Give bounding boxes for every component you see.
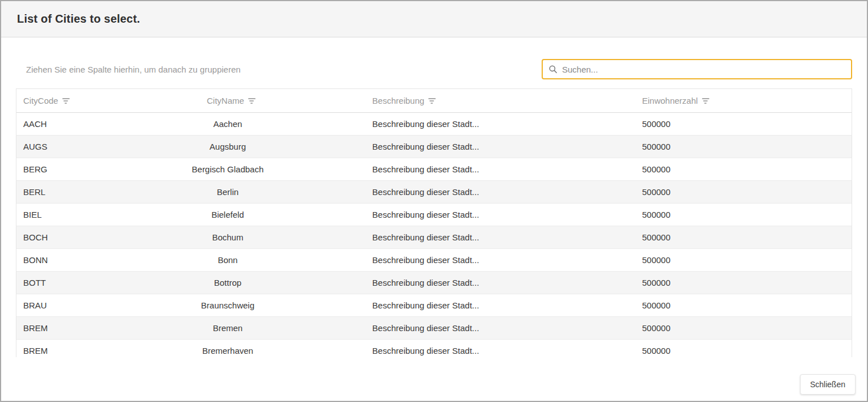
- cell-pop: 500000: [635, 339, 852, 357]
- cell-code: AACH: [16, 112, 90, 135]
- filter-icon[interactable]: [248, 97, 256, 104]
- cell-code: BOTT: [16, 271, 90, 294]
- filter-icon[interactable]: [62, 97, 70, 104]
- cell-desc: Beschreibung dieser Stadt...: [365, 135, 635, 158]
- cell-pop: 500000: [635, 112, 852, 135]
- cell-name: Berlin: [90, 180, 365, 203]
- cell-pop: 500000: [635, 135, 852, 158]
- filter-icon[interactable]: [428, 97, 436, 104]
- cell-pop: 500000: [635, 271, 852, 294]
- cell-pop: 500000: [635, 248, 852, 271]
- cell-code: AUGS: [16, 135, 90, 158]
- cell-pop: 500000: [635, 316, 852, 339]
- dialog-content: Ziehen Sie eine Spalte hierhin, um danac…: [1, 37, 867, 357]
- cell-code: BONN: [16, 248, 90, 271]
- filter-icon[interactable]: [702, 97, 709, 104]
- cell-desc: Beschreibung dieser Stadt...: [365, 203, 635, 226]
- cell-name: Bochum: [90, 226, 365, 248]
- cell-desc: Beschreibung dieser Stadt...: [365, 339, 635, 357]
- data-grid: CityCodeCityNameBeschreibungEinwohnerzah…: [16, 88, 852, 357]
- cell-pop: 500000: [635, 294, 852, 316]
- cell-desc: Beschreibung dieser Stadt...: [365, 316, 635, 339]
- cell-pop: 500000: [635, 203, 852, 226]
- cell-name: Aachen: [90, 112, 365, 135]
- cell-name: Bielefeld: [90, 203, 365, 226]
- cell-name: Braunschweig: [90, 294, 365, 316]
- cell-code: BOCH: [16, 226, 90, 248]
- cell-code: BERL: [16, 180, 90, 203]
- table-row[interactable]: BERLBerlinBeschreibung dieser Stadt...50…: [16, 180, 852, 203]
- table-row[interactable]: BIELBielefeldBeschreibung dieser Stadt..…: [16, 203, 852, 226]
- dialog-footer: Schließen: [1, 357, 867, 401]
- cell-desc: Beschreibung dieser Stadt...: [365, 248, 635, 271]
- column-label: Einwohnerzahl: [642, 96, 697, 105]
- cell-name: Bonn: [90, 248, 365, 271]
- cell-name: Bremen: [90, 316, 365, 339]
- cell-name: Bergisch Gladbach: [90, 158, 365, 180]
- cell-desc: Beschreibung dieser Stadt...: [365, 158, 635, 180]
- cell-code: BRAU: [16, 294, 90, 316]
- cell-name: Bottrop: [90, 271, 365, 294]
- search-icon: [548, 65, 558, 74]
- cell-desc: Beschreibung dieser Stadt...: [365, 226, 635, 248]
- cell-name: Augsburg: [90, 135, 365, 158]
- column-header-name[interactable]: CityName: [90, 89, 365, 112]
- cell-desc: Beschreibung dieser Stadt...: [365, 271, 635, 294]
- cell-desc: Beschreibung dieser Stadt...: [365, 294, 635, 316]
- cell-code: BIEL: [16, 203, 90, 226]
- table-row[interactable]: AACHAachenBeschreibung dieser Stadt...50…: [16, 112, 852, 135]
- cell-code: BERG: [16, 158, 90, 180]
- close-button[interactable]: Schließen: [800, 374, 856, 395]
- column-label: CityName: [207, 96, 244, 105]
- table-row[interactable]: BONNBonnBeschreibung dieser Stadt...5000…: [16, 248, 852, 271]
- column-label: Beschreibung: [372, 96, 424, 105]
- table-row[interactable]: BERGBergisch GladbachBeschreibung dieser…: [16, 158, 852, 180]
- group-panel-placeholder[interactable]: Ziehen Sie eine Spalte hierhin, um danac…: [16, 65, 241, 74]
- cities-dialog: List of Cities to select. Ziehen Sie ein…: [0, 0, 868, 402]
- cell-pop: 500000: [635, 180, 852, 203]
- grid-header: CityCodeCityNameBeschreibungEinwohnerzah…: [16, 89, 852, 112]
- page-title: List of Cities to select.: [17, 12, 140, 26]
- search-box[interactable]: [542, 59, 852, 79]
- grid-toolbar: Ziehen Sie eine Spalte hierhin, um danac…: [16, 59, 852, 79]
- table-row[interactable]: BOTTBottropBeschreibung dieser Stadt...5…: [16, 271, 852, 294]
- cell-pop: 500000: [635, 158, 852, 180]
- column-header-pop[interactable]: Einwohnerzahl: [635, 89, 852, 112]
- cell-desc: Beschreibung dieser Stadt...: [365, 112, 635, 135]
- cell-code: BREM: [16, 316, 90, 339]
- table-row[interactable]: AUGSAugsburgBeschreibung dieser Stadt...…: [16, 135, 852, 158]
- column-header-desc[interactable]: Beschreibung: [365, 89, 635, 112]
- dialog-titlebar: List of Cities to select.: [1, 1, 867, 37]
- table-row[interactable]: BOCHBochumBeschreibung dieser Stadt...50…: [16, 226, 852, 248]
- column-label: CityCode: [23, 96, 58, 105]
- cell-name: Bremerhaven: [90, 339, 365, 357]
- table-row[interactable]: BREMBremenBeschreibung dieser Stadt...50…: [16, 316, 852, 339]
- table-row[interactable]: BRAUBraunschweigBeschreibung dieser Stad…: [16, 294, 852, 316]
- table-row[interactable]: BREMBremerhavenBeschreibung dieser Stadt…: [16, 339, 852, 357]
- column-header-code[interactable]: CityCode: [16, 89, 90, 112]
- search-input[interactable]: [562, 65, 845, 74]
- cell-desc: Beschreibung dieser Stadt...: [365, 180, 635, 203]
- cell-code: BREM: [16, 339, 90, 357]
- cell-pop: 500000: [635, 226, 852, 248]
